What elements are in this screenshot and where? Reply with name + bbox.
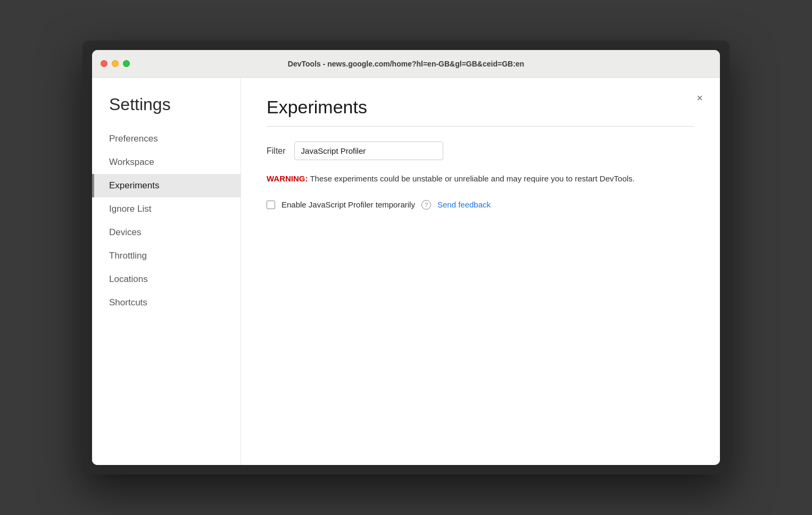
sidebar-item-experiments[interactable]: Experiments: [92, 174, 241, 197]
js-profiler-checkbox[interactable]: [267, 201, 275, 209]
warning-message: These experiments could be unstable or u…: [308, 174, 635, 183]
filter-row: Filter: [267, 142, 694, 160]
warning-label: WARNING:: [267, 174, 308, 183]
titlebar: DevTools - news.google.com/home?hl=en-GB…: [92, 50, 720, 78]
sidebar-item-preferences[interactable]: Preferences: [92, 127, 241, 151]
sidebar-nav: Preferences Workspace Experiments Ignore…: [92, 127, 241, 314]
maximize-traffic-light[interactable]: [123, 60, 130, 67]
experiment-row: Enable JavaScript Profiler temporarily ?…: [267, 200, 694, 210]
warning-box: WARNING: These experiments could be unst…: [267, 173, 694, 185]
sidebar-item-workspace[interactable]: Workspace: [92, 151, 241, 174]
minimize-traffic-light[interactable]: [112, 60, 119, 67]
sidebar: Settings Preferences Workspace Experimen…: [92, 78, 241, 465]
content-area: Settings Preferences Workspace Experimen…: [92, 78, 720, 465]
devtools-window: DevTools - news.google.com/home?hl=en-GB…: [92, 50, 720, 465]
filter-input[interactable]: [294, 142, 443, 160]
window-wrapper: DevTools - news.google.com/home?hl=en-GB…: [82, 40, 730, 475]
section-title: Experiments: [267, 97, 694, 118]
sidebar-item-locations[interactable]: Locations: [92, 268, 241, 291]
send-feedback-link[interactable]: Send feedback: [437, 200, 491, 209]
sidebar-item-devices[interactable]: Devices: [92, 221, 241, 244]
warning-text: WARNING: These experiments could be unst…: [267, 173, 694, 185]
main-panel: × Experiments Filter WARNING: These expe…: [241, 78, 720, 465]
filter-label: Filter: [267, 146, 286, 156]
sidebar-item-throttling[interactable]: Throttling: [92, 244, 241, 268]
close-traffic-light[interactable]: [101, 60, 107, 67]
section-divider: [267, 126, 694, 127]
sidebar-item-ignore-list[interactable]: Ignore List: [92, 197, 241, 221]
titlebar-title: DevTools - news.google.com/home?hl=en-GB…: [288, 60, 524, 68]
help-icon[interactable]: ?: [421, 200, 431, 210]
close-button[interactable]: ×: [692, 90, 707, 105]
sidebar-item-shortcuts[interactable]: Shortcuts: [92, 291, 241, 314]
js-profiler-label[interactable]: Enable JavaScript Profiler temporarily: [281, 200, 415, 209]
sidebar-heading: Settings: [92, 95, 241, 127]
traffic-lights: [101, 60, 130, 67]
